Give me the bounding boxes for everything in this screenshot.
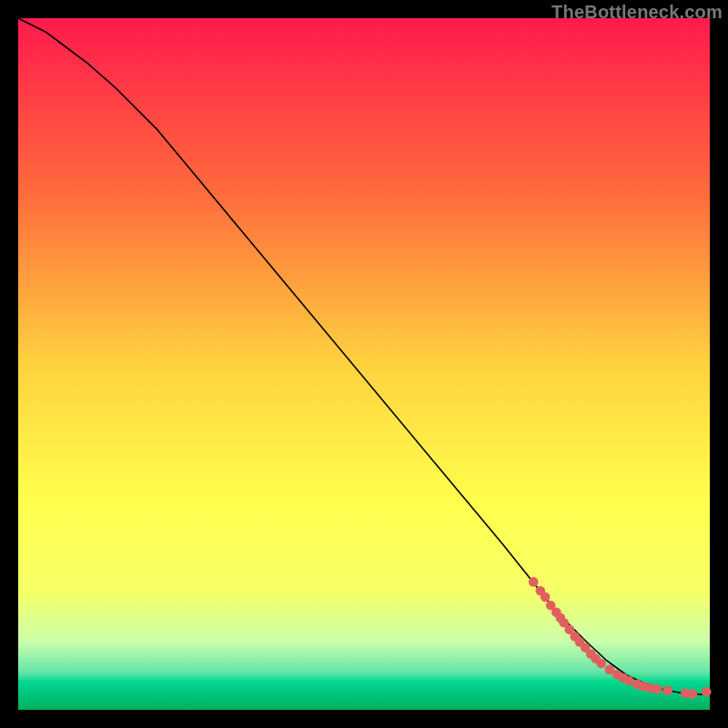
watermark-text: TheBottleneck.com: [551, 2, 723, 23]
data-point: [688, 689, 698, 699]
data-point: [596, 659, 606, 669]
gradient-background: [18, 18, 710, 710]
data-point: [662, 685, 672, 695]
data-point: [541, 592, 551, 602]
data-point: [652, 684, 662, 694]
bottleneck-chart: [0, 0, 728, 728]
data-point: [529, 577, 539, 587]
data-point: [624, 676, 634, 686]
data-point: [702, 687, 712, 697]
